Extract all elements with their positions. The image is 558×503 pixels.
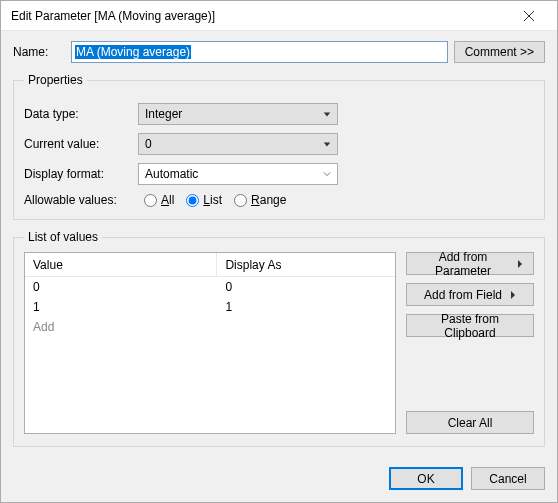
name-label: Name: <box>13 45 65 59</box>
cancel-button[interactable]: Cancel <box>471 467 545 490</box>
side-buttons: Add from Parameter Add from Field Paste … <box>406 252 534 434</box>
add-from-field-button[interactable]: Add from Field <box>406 283 534 306</box>
chevron-right-icon <box>517 257 523 271</box>
name-input-value: MA (Moving average) <box>75 45 191 59</box>
data-type-label: Data type: <box>24 107 138 121</box>
data-type-combo[interactable]: Integer <box>138 103 338 125</box>
grid-header: Value Display As <box>25 253 395 277</box>
radio-all[interactable]: All <box>144 194 174 207</box>
radio-range[interactable]: Range <box>234 194 286 207</box>
values-grid[interactable]: Value Display As 0011Add <box>24 252 396 434</box>
svg-marker-5 <box>511 291 515 299</box>
list-body: Value Display As 0011Add Add from Parame… <box>24 252 534 434</box>
svg-marker-3 <box>324 142 330 146</box>
allowable-values-row: Allowable values: All List Range <box>24 193 534 207</box>
close-button[interactable] <box>509 2 549 30</box>
cell-value[interactable]: 0 <box>25 280 217 294</box>
current-value-row: Current value: 0 <box>24 133 534 155</box>
paste-from-clipboard-button[interactable]: Paste from Clipboard <box>406 314 534 337</box>
clear-all-button[interactable]: Clear All <box>406 411 534 434</box>
add-from-parameter-button[interactable]: Add from Parameter <box>406 252 534 275</box>
chevron-down-icon <box>323 167 331 181</box>
table-row[interactable]: 11 <box>25 297 395 317</box>
current-value-value: 0 <box>145 137 152 151</box>
display-format-label: Display format: <box>24 167 138 181</box>
radio-all-input[interactable] <box>144 194 157 207</box>
cell-display[interactable]: 1 <box>217 300 395 314</box>
dialog-body: Name: MA (Moving average) Comment >> Pro… <box>1 31 557 502</box>
allowable-values-label: Allowable values: <box>24 193 132 207</box>
display-format-value: Automatic <box>145 167 198 181</box>
radio-range-label: Range <box>251 194 286 206</box>
display-format-combo[interactable]: Automatic <box>138 163 338 185</box>
list-of-values-group: List of values Value Display As 0011Add … <box>13 230 545 447</box>
grid-rows: 0011Add <box>25 277 395 433</box>
add-placeholder[interactable]: Add <box>25 320 217 334</box>
clear-all-label: Clear All <box>448 416 493 430</box>
svg-marker-4 <box>518 260 522 268</box>
add-row[interactable]: Add <box>25 317 395 337</box>
close-icon <box>524 11 534 21</box>
properties-legend: Properties <box>24 73 87 87</box>
radio-all-label: All <box>161 194 174 206</box>
data-type-row: Data type: Integer <box>24 103 534 125</box>
paste-from-clipboard-label: Paste from Clipboard <box>417 312 523 340</box>
add-from-parameter-label: Add from Parameter <box>417 250 509 278</box>
properties-group: Properties Data type: Integer Current va… <box>13 73 545 220</box>
chevron-down-icon <box>323 137 331 151</box>
table-row[interactable]: 00 <box>25 277 395 297</box>
col-value-header[interactable]: Value <box>25 253 217 276</box>
ok-button[interactable]: OK <box>389 467 463 490</box>
dialog-window: Edit Parameter [MA (Moving average)] Nam… <box>0 0 558 503</box>
chevron-right-icon <box>510 288 516 302</box>
comment-button[interactable]: Comment >> <box>454 41 545 63</box>
add-from-field-label: Add from Field <box>424 288 502 302</box>
dialog-footer: OK Cancel <box>13 457 545 490</box>
radio-list[interactable]: List <box>186 194 222 207</box>
svg-marker-2 <box>324 112 330 116</box>
radio-list-label: List <box>203 194 222 206</box>
current-value-label: Current value: <box>24 137 138 151</box>
name-input[interactable]: MA (Moving average) <box>71 41 448 63</box>
radio-list-input[interactable] <box>186 194 199 207</box>
name-row: Name: MA (Moving average) Comment >> <box>13 41 545 63</box>
cell-display[interactable]: 0 <box>217 280 395 294</box>
chevron-down-icon <box>323 107 331 121</box>
list-of-values-legend: List of values <box>24 230 102 244</box>
display-format-row: Display format: Automatic <box>24 163 534 185</box>
titlebar: Edit Parameter [MA (Moving average)] <box>1 1 557 31</box>
current-value-combo[interactable]: 0 <box>138 133 338 155</box>
window-title: Edit Parameter [MA (Moving average)] <box>11 9 509 23</box>
data-type-value: Integer <box>145 107 182 121</box>
radio-range-input[interactable] <box>234 194 247 207</box>
col-display-header[interactable]: Display As <box>217 253 395 276</box>
spacer <box>406 345 534 403</box>
cell-value[interactable]: 1 <box>25 300 217 314</box>
